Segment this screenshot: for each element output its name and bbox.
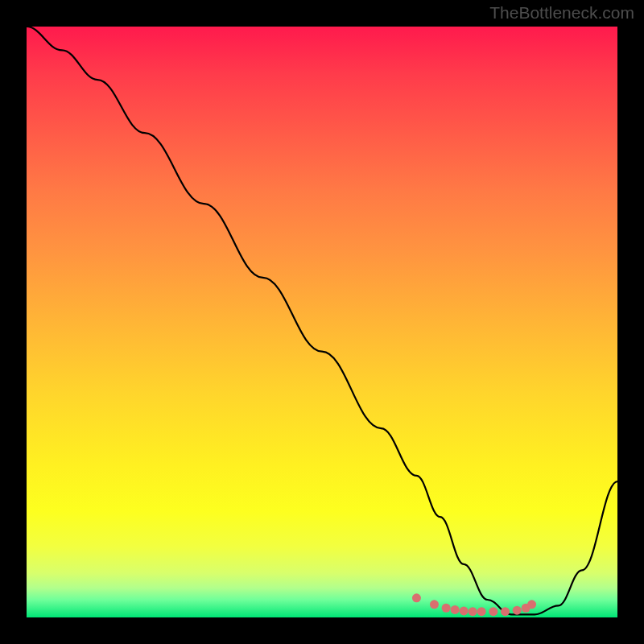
chart-markers <box>412 593 536 616</box>
chart-marker <box>501 607 510 616</box>
chart-marker <box>430 600 439 609</box>
chart-marker <box>442 604 451 613</box>
chart-marker <box>513 606 522 615</box>
watermark-text: TheBottleneck.com <box>489 3 634 23</box>
chart-marker <box>477 607 486 616</box>
chart-plot-area <box>27 27 617 617</box>
chart-marker <box>460 606 469 615</box>
chart-marker <box>489 607 497 616</box>
chart-svg-layer <box>27 27 617 617</box>
chart-curve <box>27 27 617 614</box>
chart-marker <box>412 593 421 602</box>
chart-marker <box>451 605 460 614</box>
chart-marker <box>527 600 536 609</box>
chart-marker <box>469 607 477 616</box>
